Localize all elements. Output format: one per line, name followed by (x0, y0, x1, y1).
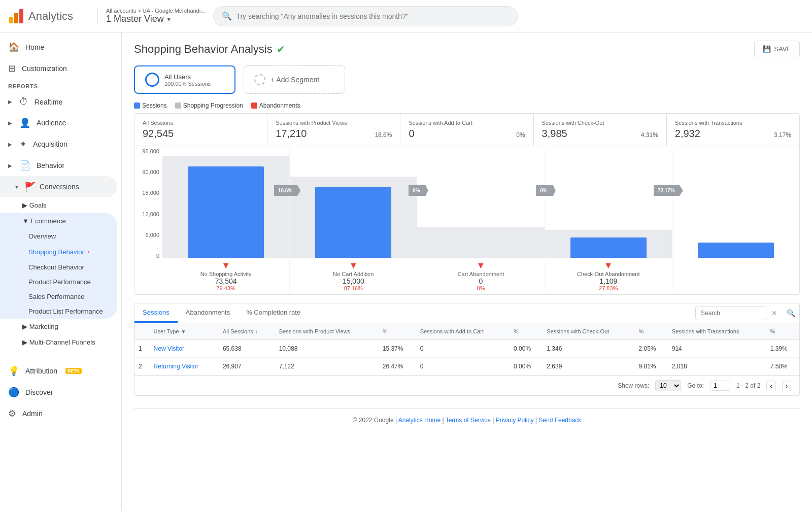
search-bar[interactable]: 🔍 (213, 6, 518, 26)
audience-expand-icon: ▶ (8, 120, 12, 126)
tab-completion-rate[interactable]: % Completion rate (238, 303, 309, 323)
stage-4-bottom: ▼ Check-Out Abandonment 1,109 27.83% (545, 258, 672, 294)
row-2-all-sessions: 26,907 (219, 358, 275, 376)
footer-terms[interactable]: Terms of Service (446, 417, 491, 424)
row-2-type[interactable]: Returning Visitor (150, 358, 219, 376)
show-rows-select[interactable]: 10 25 50 100 (655, 380, 681, 391)
attribution-label: Attribution (25, 367, 57, 375)
aband-val-4: 1,109 (599, 277, 617, 285)
bars-zone-2: 0% (290, 146, 417, 258)
sidebar-item-customization[interactable]: ⊞ Customization (0, 58, 121, 79)
row-1-transactions: 914 (668, 340, 766, 358)
search-input[interactable] (236, 12, 509, 20)
tab-sessions[interactable]: Sessions (134, 303, 178, 323)
add-segment-circle (254, 74, 265, 85)
acquisition-label: Acquisition (33, 140, 67, 148)
sidebar-item-sales-performance[interactable]: Sales Performance (0, 289, 117, 304)
aband-pct-1: 79.43% (216, 285, 235, 291)
logo-text: Analytics (28, 10, 73, 23)
layout: 🏠 Home ⊞ Customization REPORTS ▶ ⏱ Realt… (0, 32, 812, 511)
aband-val-2: 15,000 (343, 277, 364, 285)
funnel-wrapper: All Sessions 92,545 Sessions with Produc… (134, 113, 800, 295)
sidebar-item-home[interactable]: 🏠 Home (0, 37, 121, 58)
table-row: 1 New Visitor 65,638 10,088 15.37% 0 0.0… (134, 340, 799, 358)
tabs: Sessions Abandonments % Completion rate (134, 303, 309, 323)
table-row: 2 Returning Visitor 26,907 7,122 26.47% … (134, 358, 799, 376)
aband-label-2: No Cart Addition (333, 271, 374, 277)
realtime-expand-icon: ▶ (8, 99, 12, 105)
data-table: User Type ▼ All Sessions ↓ Sessions with… (134, 323, 799, 376)
multi-channel-label: Multi-Channel Funnels (29, 338, 95, 346)
sidebar-item-product-list-performance[interactable]: Product List Performance (0, 304, 117, 319)
save-icon: 💾 (763, 45, 771, 53)
user-type-dropdown[interactable]: ▼ (181, 329, 186, 334)
sidebar: 🏠 Home ⊞ Customization REPORTS ▶ ⏱ Realt… (0, 32, 122, 511)
y-label-96000: 96,000 (137, 148, 159, 154)
account-view[interactable]: 1 Master View ▼ (106, 14, 205, 24)
sidebar-item-product-performance[interactable]: Product Performance (0, 275, 117, 289)
footer-analytics-home[interactable]: Analytics Home (398, 417, 441, 424)
footer-feedback[interactable]: Send Feedback (538, 417, 581, 424)
sidebar-item-audience[interactable]: ▶ 👤 Audience (0, 112, 121, 133)
row-2-transactions: 2,018 (668, 358, 766, 376)
footer-privacy[interactable]: Privacy Policy (496, 417, 534, 424)
legend: Sessions Shopping Progression Abandonmen… (134, 102, 800, 109)
all-users-segment[interactable]: All Users 100.00% Sessions (134, 65, 235, 94)
ecommerce-section: ▼ Ecommerce Overview Shopping Behavior ←… (0, 213, 117, 319)
legend-sessions-dot (134, 103, 140, 109)
row-1-type[interactable]: New Visitor (150, 340, 219, 358)
save-button[interactable]: 💾 SAVE (754, 41, 800, 57)
aband-pct-4: 27.83% (599, 285, 618, 291)
sidebar-item-admin[interactable]: ⚙ Admin (0, 403, 121, 424)
col-header-t-pct: % (766, 323, 799, 340)
account-selector[interactable]: All accounts > UA - Google Merchandi... … (97, 8, 205, 24)
segment-info: All Users 100.00% Sessions (164, 73, 211, 87)
stat-product-views-pct: 18.6% (375, 131, 392, 139)
sidebar-item-realtime[interactable]: ▶ ⏱ Realtime (0, 91, 121, 112)
stat-add-cart-row: 0 0% (409, 128, 525, 140)
page-footer: © 2022 Google | Analytics Home | Terms o… (134, 408, 800, 432)
segment-bar: All Users 100.00% Sessions + Add Segment (134, 65, 800, 94)
all-users-name: All Users (164, 73, 211, 81)
legend-sessions: Sessions (134, 102, 167, 109)
y-label-0: 0 (137, 253, 159, 259)
col-header-all-sessions[interactable]: All Sessions ↓ (219, 323, 275, 340)
sidebar-item-ecommerce[interactable]: ▼ Ecommerce (0, 213, 117, 229)
page-header: Shopping Behavior Analysis ✔ 💾 SAVE (134, 41, 800, 57)
tab-abandonments[interactable]: Abandonments (178, 303, 238, 323)
sidebar-item-behavior[interactable]: ▶ 📄 Behavior (0, 155, 121, 176)
add-segment-button[interactable]: + Add Segment (244, 65, 345, 94)
goto-input[interactable] (710, 381, 730, 391)
sidebar-item-shopping-behavior[interactable]: Shopping Behavior ← (0, 244, 117, 260)
row-2-t-pct: 7.50% (766, 358, 799, 376)
prev-page-button[interactable]: ‹ (766, 381, 775, 391)
sidebar-item-discover[interactable]: 🔵 Discover (0, 382, 121, 403)
stage-2-bottom: ▼ No Cart Addition 15,000 87.16% (290, 258, 417, 294)
sidebar-item-acquisition[interactable]: ▶ ✦ Acquisition (0, 133, 121, 155)
sidebar-item-multi-channel[interactable]: ▶ Multi-Channel Funnels (0, 334, 121, 350)
sidebar-item-conversions[interactable]: ▼ 🚩 Conversions (0, 176, 117, 197)
shopping-behavior-label: Shopping Behavior (28, 248, 84, 256)
sidebar-item-goals[interactable]: ▶ Goals (0, 197, 121, 213)
sidebar-item-overview[interactable]: Overview (0, 229, 117, 244)
sidebar-item-marketing[interactable]: ▶ Marketing (0, 319, 121, 334)
product-performance-label: Product Performance (28, 278, 91, 286)
admin-label: Admin (22, 410, 43, 418)
stat-all-sessions: All Sessions 92,545 (134, 114, 267, 146)
reports-label: REPORTS (0, 79, 121, 91)
red-arrow-3: ▼ (477, 261, 486, 270)
table-search-input[interactable] (695, 306, 766, 320)
all-sessions-col-label: All Sessions (223, 328, 253, 334)
table-section: Sessions Abandonments % Completion rate … (134, 303, 800, 396)
realtime-label: Realtime (35, 98, 62, 106)
table-search-clear[interactable]: ✕ (768, 306, 781, 320)
legend-abandonments-label: Abandonments (259, 102, 300, 109)
sidebar-item-checkout-behavior[interactable]: Checkout Behavior (0, 260, 117, 275)
sidebar-item-attribution[interactable]: 💡 Attribution BETA (0, 360, 121, 382)
row-1-add-cart: 0 (416, 340, 510, 358)
stage-1-bottom: ▼ No Shopping Activity 73,504 79.43% (162, 258, 289, 294)
row-1-all-sessions: 65,638 (219, 340, 275, 358)
table-search-button[interactable]: 🔍 (783, 306, 799, 320)
next-page-button[interactable]: › (782, 381, 791, 391)
col-header-user-type[interactable]: User Type ▼ (150, 323, 219, 340)
